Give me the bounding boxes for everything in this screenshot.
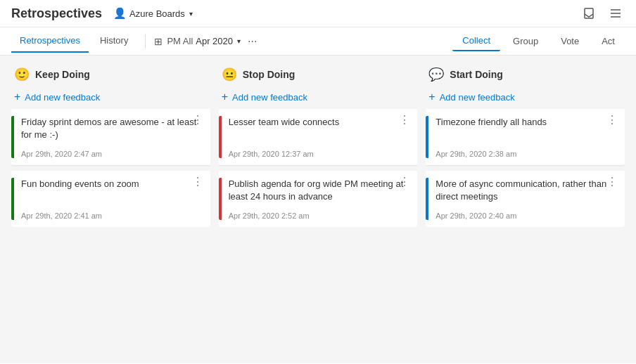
add-feedback-button-keep-doing[interactable]: + Add new feedback bbox=[11, 88, 210, 109]
card-date: Apr 29th, 2020 2:40 am bbox=[435, 212, 616, 220]
cards-list-stop-doing: Lesser team wide connectsApr 29th, 2020 … bbox=[219, 109, 418, 227]
column-stop-doing: 😐Stop Doing+ Add new feedbackLesser team… bbox=[219, 64, 418, 355]
board-grid-icon: ⊞ bbox=[154, 36, 163, 47]
tab-history[interactable]: History bbox=[91, 30, 136, 53]
card-accent-red bbox=[219, 116, 222, 158]
column-keep-doing: 🙂Keep Doing+ Add new feedbackFriday spri… bbox=[11, 64, 210, 355]
card-accent-blue bbox=[426, 178, 428, 220]
phase-group-button[interactable]: Group bbox=[503, 32, 548, 51]
board-selector[interactable]: ⊞ PM All bbox=[154, 36, 193, 47]
tab-retrospectives[interactable]: Retrospectives bbox=[11, 30, 89, 53]
column-header-stop-doing: 😐Stop Doing bbox=[219, 64, 418, 88]
card-menu-button[interactable]: ⋮ bbox=[604, 113, 621, 127]
nav-right: Collect Group Vote Act bbox=[452, 31, 625, 51]
plus-icon: + bbox=[14, 91, 20, 103]
table-row: Fun bonding events on zoomApr 29th, 2020… bbox=[11, 171, 210, 227]
card-text: Timezone friendly all hands bbox=[435, 116, 616, 141]
card-menu-button[interactable]: ⋮ bbox=[189, 113, 206, 127]
phase-vote-button[interactable]: Vote bbox=[551, 32, 589, 51]
plus-icon: + bbox=[428, 91, 435, 103]
card-text: Lesser team wide connects bbox=[229, 116, 409, 141]
nav-left: Retrospectives History ⊞ PM All Apr 2020… bbox=[11, 30, 261, 53]
table-row: Timezone friendly all handsApr 29th, 202… bbox=[426, 109, 625, 165]
card-content: Friday sprint demos are awesome - at lea… bbox=[21, 116, 202, 158]
header-left: Retrospectives 👤 Azure Boards ▾ bbox=[11, 6, 193, 21]
three-dots-icon: ⋮ bbox=[606, 176, 618, 188]
card-menu-button[interactable]: ⋮ bbox=[396, 113, 413, 127]
table-row: Friday sprint demos are awesome - at lea… bbox=[11, 109, 210, 165]
three-dots-icon: ⋮ bbox=[399, 114, 410, 126]
three-dots-icon: ⋮ bbox=[399, 176, 410, 188]
menu-button[interactable] bbox=[606, 6, 625, 21]
azure-boards-label: Azure Boards bbox=[129, 8, 185, 19]
three-dots-icon: ⋮ bbox=[192, 114, 203, 126]
column-title-keep-doing: Keep Doing bbox=[35, 69, 90, 80]
bookmark-button[interactable] bbox=[580, 6, 598, 21]
column-icon-stop-doing: 😐 bbox=[222, 67, 237, 82]
cards-list-keep-doing: Friday sprint demos are awesome - at lea… bbox=[11, 109, 210, 227]
card-date: Apr 29th, 2020 2:52 am bbox=[229, 212, 409, 220]
hamburger-icon bbox=[609, 7, 622, 20]
card-accent-green bbox=[11, 116, 14, 158]
three-dots-icon: ⋮ bbox=[606, 114, 618, 126]
table-row: Publish agenda for org wide PM meeting a… bbox=[219, 171, 418, 227]
three-dots-icon: ⋮ bbox=[192, 176, 203, 188]
card-text: Friday sprint demos are awesome - at lea… bbox=[21, 116, 202, 141]
card-text: More of async communication, rather than… bbox=[435, 178, 616, 203]
card-text: Publish agenda for org wide PM meeting a… bbox=[229, 178, 409, 203]
card-accent-green bbox=[11, 178, 14, 220]
azure-boards-icon: 👤 bbox=[113, 7, 127, 20]
more-options-button[interactable]: ··· bbox=[243, 34, 261, 49]
period-selector[interactable]: Apr 2020 ▾ bbox=[196, 36, 241, 46]
app-header: Retrospectives 👤 Azure Boards ▾ bbox=[0, 0, 636, 27]
board-name: PM All bbox=[167, 36, 193, 46]
card-menu-button[interactable]: ⋮ bbox=[396, 175, 413, 189]
nav-bar: Retrospectives History ⊞ PM All Apr 2020… bbox=[0, 27, 636, 56]
azure-boards-chevron-icon: ▾ bbox=[189, 10, 193, 18]
app-title: Retrospectives bbox=[11, 6, 102, 21]
column-icon-keep-doing: 🙂 bbox=[14, 67, 30, 82]
add-feedback-button-start-doing[interactable]: + Add new feedback bbox=[426, 88, 625, 109]
cards-list-start-doing: Timezone friendly all handsApr 29th, 202… bbox=[426, 109, 625, 227]
period-chevron-icon: ▾ bbox=[237, 37, 241, 45]
phase-act-button[interactable]: Act bbox=[592, 32, 625, 51]
table-row: More of async communication, rather than… bbox=[426, 171, 625, 227]
card-content: Lesser team wide connectsApr 29th, 2020 … bbox=[229, 116, 409, 158]
card-content: Timezone friendly all handsApr 29th, 202… bbox=[435, 116, 616, 158]
period-label: Apr 2020 bbox=[196, 36, 233, 46]
bookmark-icon bbox=[583, 7, 595, 20]
board: 🙂Keep Doing+ Add new feedbackFriday spri… bbox=[0, 56, 636, 363]
card-date: Apr 29th, 2020 12:37 am bbox=[229, 150, 409, 158]
card-date: Apr 29th, 2020 2:41 am bbox=[21, 212, 202, 220]
card-accent-blue bbox=[426, 116, 428, 158]
card-text: Fun bonding events on zoom bbox=[21, 178, 202, 203]
column-title-start-doing: Start Doing bbox=[450, 69, 502, 80]
azure-boards-link[interactable]: 👤 Azure Boards ▾ bbox=[113, 7, 193, 20]
card-date: Apr 29th, 2020 2:38 am bbox=[435, 150, 616, 158]
card-accent-red bbox=[219, 178, 222, 220]
column-start-doing: 💬Start Doing+ Add new feedbackTimezone f… bbox=[426, 64, 625, 355]
column-header-start-doing: 💬Start Doing bbox=[426, 64, 625, 88]
phase-collect-button[interactable]: Collect bbox=[452, 31, 500, 51]
nav-divider bbox=[145, 34, 146, 48]
column-header-keep-doing: 🙂Keep Doing bbox=[11, 64, 210, 88]
card-content: Publish agenda for org wide PM meeting a… bbox=[229, 178, 409, 220]
card-content: More of async communication, rather than… bbox=[435, 178, 616, 220]
table-row: Lesser team wide connectsApr 29th, 2020 … bbox=[219, 109, 418, 165]
card-content: Fun bonding events on zoomApr 29th, 2020… bbox=[21, 178, 202, 220]
column-title-stop-doing: Stop Doing bbox=[243, 69, 295, 80]
header-right bbox=[580, 6, 625, 21]
add-feedback-button-stop-doing[interactable]: + Add new feedback bbox=[219, 88, 418, 109]
plus-icon: + bbox=[222, 91, 228, 103]
card-menu-button[interactable]: ⋮ bbox=[604, 175, 621, 189]
card-date: Apr 29th, 2020 2:47 am bbox=[21, 150, 202, 158]
column-icon-start-doing: 💬 bbox=[428, 67, 444, 82]
card-menu-button[interactable]: ⋮ bbox=[189, 175, 206, 189]
